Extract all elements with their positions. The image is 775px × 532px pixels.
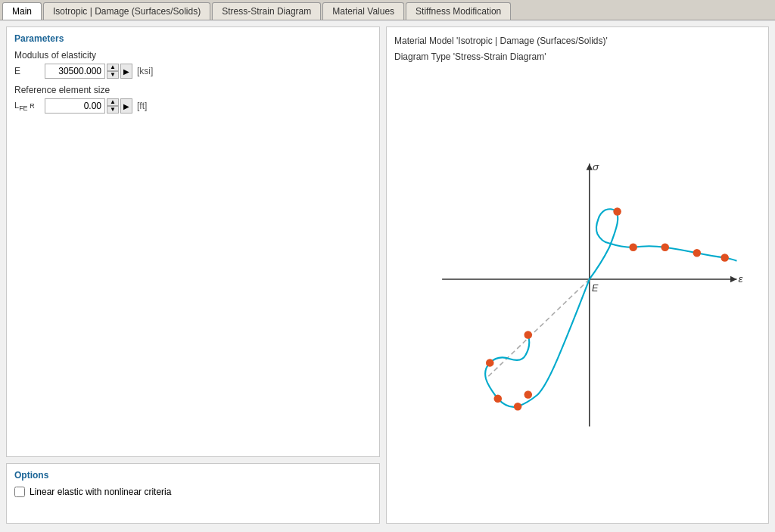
content-area: Parameters Modulus of elasticity E ▲ ▼ ▶… — [0, 20, 775, 530]
parameters-section: Parameters Modulus of elasticity E ▲ ▼ ▶… — [6, 26, 380, 457]
svg-marker-1 — [730, 275, 736, 282]
modulus-row: E ▲ ▼ ▶ [ksi] — [14, 64, 372, 79]
modulus-input-group: ▲ ▼ ▶ [ksi] — [45, 64, 153, 79]
modulus-input[interactable] — [45, 64, 105, 79]
ref-element-spinner: ▲ ▼ — [107, 98, 119, 114]
right-panel: Material Model 'Isotropic | Damage (Surf… — [386, 26, 769, 524]
e-axis-label: E — [592, 282, 599, 293]
modulus-spin-up[interactable]: ▲ — [107, 64, 119, 71]
sigma-axis-label: σ — [593, 160, 599, 172]
options-title: Options — [14, 470, 372, 481]
ref-element-arrow[interactable]: ▶ — [120, 98, 132, 114]
data-point-3[interactable] — [514, 403, 522, 411]
modulus-arrow[interactable]: ▶ — [120, 64, 132, 79]
ref-element-spin-up[interactable]: ▲ — [107, 98, 119, 106]
tab-bar: Main Isotropic | Damage (Surfaces/Solids… — [0, 0, 775, 20]
tab-material-values[interactable]: Material Values — [322, 2, 404, 20]
diagram-title-line1: Material Model 'Isotropic | Damage (Surf… — [394, 35, 761, 48]
data-point-1[interactable] — [486, 359, 494, 367]
ref-element-label: Reference element size — [14, 85, 372, 95]
tab-isotropic[interactable]: Isotropic | Damage (Surfaces/Solids) — [43, 2, 210, 20]
linear-elastic-label: Linear elastic with nonlinear criteria — [30, 487, 171, 497]
data-point-7[interactable] — [629, 243, 637, 251]
tab-stiffness[interactable]: Stiffness Modification — [406, 2, 511, 20]
modulus-spin-down[interactable]: ▼ — [107, 71, 119, 79]
modulus-name: E — [14, 66, 45, 76]
epsilon-axis-label: ε — [739, 273, 744, 285]
linear-elastic-checkbox[interactable] — [14, 487, 25, 497]
ref-element-unit: [ft] — [137, 101, 147, 111]
parameters-title: Parameters — [14, 33, 372, 44]
svg-line-4 — [486, 279, 590, 379]
stress-strain-svg: ε σ E — [394, 67, 761, 515]
svg-marker-3 — [587, 163, 593, 170]
diagram-canvas: ε σ E — [394, 67, 761, 515]
modulus-label: Modulus of elasticity — [14, 50, 372, 61]
ref-element-spin-down[interactable]: ▼ — [107, 106, 119, 114]
tab-main[interactable]: Main — [2, 2, 42, 20]
data-point-10[interactable] — [721, 254, 729, 262]
ref-element-name: LFE R — [14, 100, 45, 112]
ref-element-input[interactable] — [45, 98, 105, 114]
tab-stress-strain[interactable]: Stress-Strain Diagram — [212, 2, 321, 20]
linear-elastic-row: Linear elastic with nonlinear criteria — [14, 487, 372, 497]
data-point-8[interactable] — [661, 243, 669, 251]
data-point-9[interactable] — [693, 249, 702, 257]
options-section: Options Linear elastic with nonlinear cr… — [6, 463, 380, 524]
diagram-title-line2: Diagram Type 'Stress-Strain Diagram' — [394, 51, 761, 64]
data-point-2[interactable] — [494, 394, 503, 403]
data-point-6[interactable] — [613, 207, 621, 216]
ref-element-row: LFE R ▲ ▼ ▶ [ft] — [14, 98, 372, 114]
modulus-unit: [ksi] — [137, 66, 153, 76]
data-point-4[interactable] — [524, 390, 533, 399]
modulus-spinner: ▲ ▼ — [107, 64, 119, 79]
left-panel: Parameters Modulus of elasticity E ▲ ▼ ▶… — [0, 20, 386, 530]
data-point-5[interactable] — [524, 331, 533, 339]
ref-element-input-group: ▲ ▼ ▶ [ft] — [45, 98, 147, 114]
